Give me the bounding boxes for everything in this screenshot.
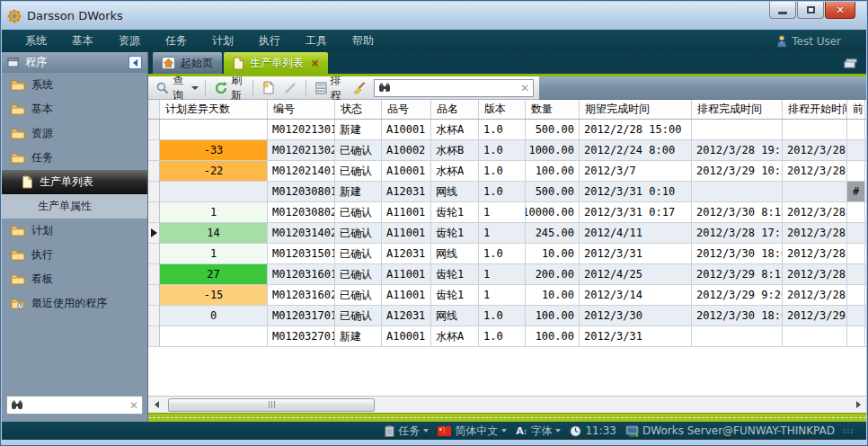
sidebar-item-计划[interactable]: 计划 bbox=[2, 219, 147, 243]
sidebar-item-最近使用的程序[interactable]: 最近使用的程序 bbox=[2, 291, 147, 316]
folder-icon bbox=[11, 152, 25, 164]
tab-起始页[interactable]: 起始页 bbox=[153, 52, 222, 74]
table-row[interactable]: -33M012021302已确认A10002水杯B1.01000.002012/… bbox=[148, 140, 866, 161]
row-header-cell bbox=[148, 223, 160, 243]
column-header-品名[interactable]: 品名 bbox=[431, 100, 479, 119]
cell-diff bbox=[160, 326, 268, 346]
menu-item-7[interactable]: 帮助 bbox=[340, 30, 386, 52]
tab-close-icon[interactable]: ✕ bbox=[311, 58, 319, 69]
splitter-bar[interactable] bbox=[148, 413, 866, 422]
scroll-right-button[interactable] bbox=[850, 397, 866, 413]
language-label: 简体中文 bbox=[455, 424, 498, 439]
query-dropdown-icon[interactable] bbox=[191, 86, 199, 90]
resize-grip[interactable] bbox=[844, 429, 854, 433]
menu-item-4[interactable]: 计划 bbox=[199, 30, 246, 52]
cell-due: 2012/3/31 0:10 bbox=[580, 182, 692, 201]
cell-diff: -15 bbox=[160, 285, 268, 305]
folder-icon bbox=[11, 225, 25, 236]
cell-finish: 2012/3/29 9:20 bbox=[692, 285, 783, 305]
menu-item-0[interactable]: 系统 bbox=[13, 30, 59, 52]
edit-button[interactable] bbox=[281, 80, 299, 96]
broom-icon bbox=[352, 82, 366, 94]
sidebar-item-看板[interactable]: 看板 bbox=[2, 267, 147, 291]
clean-button[interactable] bbox=[350, 80, 368, 96]
menu-item-5[interactable]: 执行 bbox=[246, 30, 293, 52]
column-header-版本[interactable]: 版本 bbox=[479, 100, 526, 119]
sidebar-item-label: 生产单列表 bbox=[40, 174, 93, 190]
column-header-前[interactable]: 前 bbox=[847, 100, 865, 119]
cell-start: 2012/3/29 17:46 bbox=[783, 306, 847, 326]
menu-item-3[interactable]: 任务 bbox=[153, 30, 199, 52]
sidebar-search-clear-icon[interactable]: ✕ bbox=[129, 399, 138, 412]
table-row[interactable]: 1M012030802已确认A11001齿轮1110000.002012/3/3… bbox=[148, 202, 866, 223]
scrollbar-track[interactable] bbox=[164, 397, 850, 413]
maximize-button[interactable] bbox=[797, 2, 824, 19]
sidebar-collapse-button[interactable] bbox=[128, 56, 142, 69]
task-menu[interactable]: 任务 bbox=[385, 424, 429, 439]
new-item-button[interactable] bbox=[260, 79, 278, 96]
table-row[interactable]: -15M012031602已确认A11001齿轮1110.002012/3/14… bbox=[148, 285, 866, 306]
close-button[interactable]: ✕ bbox=[825, 2, 855, 19]
cell-finish: 2012/3/30 18:00 bbox=[692, 306, 783, 326]
cell-no: M012030801 bbox=[268, 182, 335, 201]
minimize-button[interactable] bbox=[769, 2, 796, 19]
cell-ver: 1.0 bbox=[479, 161, 526, 181]
server-status[interactable]: DWorks Server@FUNWAY-THINKPAD bbox=[625, 424, 835, 437]
cell-part_no: A10001 bbox=[382, 120, 431, 139]
cell-ver: 1.0 bbox=[479, 244, 526, 263]
column-header-编号[interactable]: 编号 bbox=[268, 100, 335, 119]
table-row[interactable]: -22M012021401已确认A10001水杯A1.0100.002012/3… bbox=[148, 161, 866, 182]
cell-due: 2012/2/24 8:00 bbox=[580, 140, 692, 160]
table-row[interactable]: 27M012031601已确认A11001齿轮11200.002012/4/25… bbox=[148, 264, 866, 285]
column-header-品号[interactable]: 品号 bbox=[382, 100, 431, 119]
row-header-cell bbox=[148, 161, 160, 181]
column-header-计划差异天数[interactable]: 计划差异天数 bbox=[160, 100, 268, 119]
language-menu[interactable]: 简体中文 bbox=[438, 424, 507, 439]
column-header-排程完成时间[interactable]: 排程完成时间 bbox=[692, 100, 783, 119]
table-row[interactable]: 0M012031701已确认A12031网线1.0100.002012/3/30… bbox=[148, 306, 866, 326]
cell-due: 2012/2/28 15:00 bbox=[580, 120, 692, 139]
column-header-期望完成时间[interactable]: 期望完成时间 bbox=[580, 100, 692, 119]
tab-生产单列表[interactable]: 生产单列表✕ bbox=[224, 52, 328, 74]
sidebar-item-任务[interactable]: 任务 bbox=[2, 146, 147, 170]
tab-strip: 起始页生产单列表✕ bbox=[148, 52, 866, 76]
cell-finish bbox=[692, 120, 783, 139]
sidebar-item-生产单属性[interactable]: 生产单属性 bbox=[2, 194, 147, 219]
row-header-cell bbox=[148, 182, 160, 201]
menu-item-6[interactable]: 工具 bbox=[293, 30, 340, 52]
cell-extra bbox=[847, 244, 865, 263]
sidebar-item-资源[interactable]: 资源 bbox=[2, 121, 147, 146]
cell-diff: 0 bbox=[160, 306, 268, 326]
sidebar-item-执行[interactable]: 执行 bbox=[2, 243, 147, 267]
cell-due: 2012/3/30 bbox=[580, 306, 692, 326]
menu-item-1[interactable]: 基本 bbox=[59, 30, 106, 52]
home-icon bbox=[162, 57, 175, 69]
window-title: Darsson DWorks bbox=[27, 9, 123, 22]
sidebar-search-input[interactable] bbox=[27, 399, 126, 412]
cell-finish: 2012/3/28 19:10 bbox=[692, 140, 783, 160]
sidebar-item-系统[interactable]: 系统 bbox=[2, 73, 147, 97]
cell-part_name: 齿轮1 bbox=[431, 264, 479, 284]
table-row[interactable]: M012032701新建A10001水杯A1.0100.002012/3/31 bbox=[148, 326, 866, 347]
column-header-数量[interactable]: 数量 bbox=[526, 100, 580, 119]
menu-item-2[interactable]: 资源 bbox=[106, 30, 153, 52]
table-row[interactable]: M012030801新建A12031网线1.0500.002012/3/31 0… bbox=[148, 182, 866, 202]
column-header-排程开始时间[interactable]: 排程开始时间 bbox=[783, 100, 847, 119]
scroll-left-button[interactable] bbox=[148, 397, 164, 413]
scrollbar-thumb[interactable] bbox=[168, 398, 375, 412]
table-row[interactable]: 1M012031501已确认A12031网线1.010.002012/3/312… bbox=[148, 244, 866, 264]
sidebar-item-基本[interactable]: 基本 bbox=[2, 97, 147, 121]
cell-due: 2012/3/31 bbox=[580, 326, 692, 346]
window-list-icon[interactable] bbox=[843, 58, 857, 69]
cell-part_name: 齿轮1 bbox=[431, 285, 479, 305]
cell-status: 已确认 bbox=[335, 223, 382, 243]
quick-filter-clear-icon[interactable]: ✕ bbox=[520, 82, 529, 94]
sidebar-item-生产单列表[interactable]: 生产单列表 bbox=[2, 170, 147, 194]
cell-no: M012031701 bbox=[268, 306, 335, 326]
clock-icon bbox=[570, 425, 581, 437]
table-row[interactable]: M012021301新建A10001水杯A1.0500.002012/2/28 … bbox=[148, 120, 866, 140]
table-row[interactable]: 14M012031402已确认A11001齿轮11245.002012/4/11… bbox=[148, 223, 866, 244]
font-menu[interactable]: A: 字体 bbox=[516, 424, 561, 439]
quick-filter-input[interactable] bbox=[394, 82, 517, 94]
column-header-状态[interactable]: 状态 bbox=[335, 100, 382, 119]
